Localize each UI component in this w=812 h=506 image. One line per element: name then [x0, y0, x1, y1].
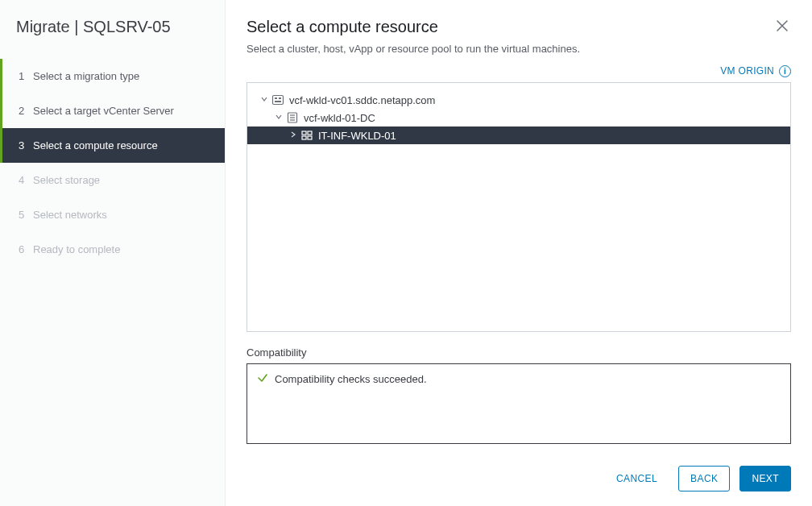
step-number: 2 [19, 105, 33, 117]
wizard-sidebar: Migrate | SQLSRV-05 1 Select a migration… [0, 0, 226, 506]
chevron-right-icon[interactable] [289, 131, 297, 139]
step-select-compute-resource[interactable]: 3 Select a compute resource [0, 128, 225, 163]
tree-node-vcenter[interactable]: vcf-wkld-vc01.sddc.netapp.com [247, 91, 790, 109]
back-button[interactable]: BACK [678, 466, 730, 491]
compatibility-status: Compatibility checks succeeded. [257, 372, 781, 386]
step-number: 3 [19, 139, 33, 151]
datacenter-icon [286, 111, 299, 124]
page-title: Select a compute resource [246, 18, 438, 36]
compute-resource-tree[interactable]: vcf-wkld-vc01.sddc.netapp.com vcf-wkld-0… [246, 82, 791, 332]
tree-node-datacenter[interactable]: vcf-wkld-01-DC [247, 109, 790, 126]
step-ready-to-complete: 6 Ready to complete [0, 232, 225, 267]
vm-origin-link[interactable]: VM ORIGIN i [720, 65, 791, 77]
step-select-storage: 4 Select storage [0, 163, 225, 197]
vm-origin-row: VM ORIGIN i [246, 63, 791, 77]
chevron-down-icon[interactable] [275, 114, 283, 122]
step-number: 5 [19, 209, 33, 221]
step-number: 1 [19, 70, 33, 82]
cluster-icon [300, 129, 313, 142]
svg-rect-2 [279, 97, 281, 99]
step-select-migration-type[interactable]: 1 Select a migration type [0, 59, 225, 93]
svg-rect-10 [302, 136, 306, 139]
vm-origin-label: VM ORIGIN [720, 65, 774, 77]
cancel-button[interactable]: CANCEL [605, 467, 669, 491]
step-number: 4 [19, 174, 33, 186]
tree-node-cluster[interactable]: IT-INF-WKLD-01 [247, 126, 790, 144]
wizard-title-prefix: Migrate [16, 18, 70, 35]
tree-node-label: vcf-wkld-01-DC [304, 112, 375, 124]
wizard-vm-name: SQLSRV-05 [83, 18, 171, 35]
step-select-target-vcenter[interactable]: 2 Select a target vCenter Server [0, 93, 225, 128]
step-select-networks: 5 Select networks [0, 197, 225, 232]
page-subtitle: Select a cluster, host, vApp or resource… [246, 43, 791, 55]
vcenter-icon [271, 93, 284, 106]
compatibility-heading: Compatibility [246, 346, 791, 359]
chevron-down-icon[interactable] [260, 96, 268, 104]
svg-rect-1 [275, 97, 277, 99]
close-icon [777, 20, 788, 31]
info-icon: i [779, 65, 791, 77]
svg-rect-3 [275, 101, 281, 102]
step-label: Ready to complete [33, 243, 120, 255]
step-label: Select a migration type [33, 70, 139, 82]
step-label: Select a target vCenter Server [33, 105, 174, 117]
checkmark-icon [257, 372, 268, 386]
svg-rect-9 [308, 131, 312, 135]
close-button[interactable] [773, 18, 791, 35]
compatibility-box: Compatibility checks succeeded. [246, 363, 791, 444]
svg-rect-0 [273, 96, 284, 105]
tree-node-label: vcf-wkld-vc01.sddc.netapp.com [289, 94, 435, 106]
svg-rect-11 [308, 136, 312, 139]
svg-rect-8 [302, 131, 306, 135]
wizard-dialog: Migrate | SQLSRV-05 1 Select a migration… [0, 0, 812, 506]
wizard-step-list: 1 Select a migration type 2 Select a tar… [0, 59, 225, 267]
step-number: 6 [19, 243, 33, 255]
tree-node-label: IT-INF-WKLD-01 [318, 130, 396, 142]
step-label: Select storage [33, 174, 100, 186]
step-label: Select networks [33, 209, 107, 221]
wizard-footer: CANCEL BACK NEXT [246, 453, 791, 491]
title-row: Select a compute resource [246, 18, 791, 36]
step-label: Select a compute resource [33, 139, 158, 151]
wizard-main: Select a compute resource Select a clust… [226, 0, 812, 506]
next-button[interactable]: NEXT [740, 466, 791, 491]
compatibility-message: Compatibility checks succeeded. [275, 373, 427, 385]
wizard-title: Migrate | SQLSRV-05 [0, 0, 225, 59]
